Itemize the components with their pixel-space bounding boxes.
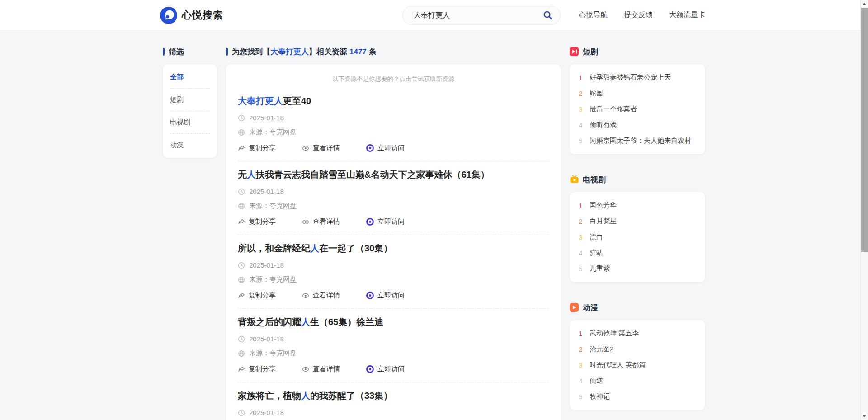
rank-number: 5 bbox=[578, 137, 584, 145]
rank-item[interactable]: 2蛇园 bbox=[578, 85, 697, 101]
result-title[interactable]: 无人扶我青云志我自踏雪至山巅&名动天下之家事难休（61集） bbox=[238, 169, 549, 181]
rank-item[interactable]: 3时光代理人 英都篇 bbox=[578, 357, 697, 373]
heading-count: 1477 bbox=[349, 47, 367, 56]
title-text: 扶我青云志我自踏雪至山巅&名动天下之家事难休（61集） bbox=[256, 170, 490, 179]
rank-item[interactable]: 3最后一个修真者 bbox=[578, 101, 697, 117]
result-source: 来源：夸克网盘 bbox=[249, 275, 297, 284]
view-detail-button[interactable]: 查看详情 bbox=[302, 365, 340, 373]
eye-icon bbox=[302, 366, 309, 373]
rankings: 短剧 1好孕甜妻被钻石老公宠上天2蛇园3最后一个修真者4偷听有戏5闪婚京圈太子爷… bbox=[570, 46, 705, 420]
share-icon bbox=[238, 218, 245, 226]
view-detail-label: 查看详情 bbox=[313, 291, 340, 300]
eye-icon bbox=[302, 145, 309, 152]
rank-number: 1 bbox=[578, 202, 584, 209]
result-date-row: 2025-01-18 bbox=[238, 261, 549, 269]
rank-item[interactable]: 4偷听有戏 bbox=[578, 117, 697, 133]
result-title[interactable]: 大奉打更人更至40 bbox=[238, 95, 549, 107]
rank-section: 短剧 1好孕甜妻被钻石老公宠上天2蛇园3最后一个修真者4偷听有戏5闪婚京圈太子爷… bbox=[570, 46, 705, 154]
visit-now-label: 立即访问 bbox=[377, 144, 405, 152]
rank-item[interactable]: 4仙逆 bbox=[578, 373, 697, 389]
rank-item[interactable]: 5闪婚京圈太子爷：夫人她来自农村 bbox=[578, 133, 697, 149]
view-detail-label: 查看详情 bbox=[313, 217, 340, 226]
title-text: 家族将亡，植物 bbox=[238, 391, 301, 401]
heading-prefix: 为您找到【 bbox=[232, 47, 270, 56]
visit-now-button[interactable]: 立即访问 bbox=[366, 144, 405, 152]
result-item: 背叛之后的闪耀人生（65集）徐兰迪 2025-01-18 来源：夸克网盘 bbox=[238, 309, 549, 382]
filter-item-电视剧[interactable]: 电视剧 bbox=[170, 111, 210, 134]
visit-now-button[interactable]: 立即访问 bbox=[366, 291, 405, 300]
copy-share-button[interactable]: 复制分享 bbox=[238, 144, 276, 152]
title-text: 所以，和金牌经纪 bbox=[238, 243, 310, 253]
copy-share-button[interactable]: 复制分享 bbox=[238, 365, 276, 373]
title-text: 背叛之后的闪耀 bbox=[238, 317, 301, 327]
results-header: 为您找到【大奉打更人】相关资源1477条 bbox=[226, 46, 561, 57]
filter-item-短剧[interactable]: 短剧 bbox=[170, 89, 210, 111]
search-button[interactable] bbox=[542, 9, 554, 21]
clock-icon bbox=[238, 335, 245, 343]
filter-title: 筛选 bbox=[169, 47, 184, 57]
search-box bbox=[402, 6, 561, 25]
visit-now-button[interactable]: 立即访问 bbox=[366, 365, 405, 373]
result-date-row: 2025-01-18 bbox=[238, 409, 549, 416]
rank-list: 1国色芳华2白月梵星3漂白4驻站5九重紫 bbox=[578, 198, 697, 277]
rank-title: 闪婚京圈太子爷：夫人她来自农村 bbox=[590, 137, 691, 145]
filter-card: 全部短剧电视剧动漫 bbox=[163, 64, 217, 158]
search-icon bbox=[542, 10, 553, 21]
rank-item[interactable]: 2沧元图2 bbox=[578, 341, 697, 357]
top-nav: 心悦导航 提交反馈 大额流量卡 bbox=[579, 0, 705, 30]
rank-item[interactable]: 1国色芳华 bbox=[578, 198, 697, 213]
clock-icon bbox=[238, 188, 245, 195]
scrollbar-thumb[interactable] bbox=[861, 8, 868, 252]
brand-home-link[interactable]: 心悦搜索 bbox=[160, 0, 223, 30]
result-date: 2025-01-18 bbox=[249, 114, 284, 122]
result-source: 来源：夸克网盘 bbox=[249, 128, 297, 137]
result-item: 家族将亡，植物人的我苏醒了（33集） 2025-01-18 来源：夸克网盘 bbox=[238, 382, 549, 420]
rank-number: 4 bbox=[578, 121, 584, 129]
heading-keyword: 大奉打更人 bbox=[270, 47, 309, 56]
rank-section-title: 动漫 bbox=[583, 302, 598, 313]
rank-item[interactable]: 5牧神记 bbox=[578, 389, 697, 405]
rank-section-header: 短剧 bbox=[570, 46, 705, 57]
view-detail-button[interactable]: 查看详情 bbox=[302, 144, 340, 152]
nav-link-data-card[interactable]: 大额流量卡 bbox=[669, 10, 705, 20]
visit-now-button[interactable]: 立即访问 bbox=[366, 217, 405, 226]
rank-title: 沧元图2 bbox=[590, 345, 613, 354]
copy-share-button[interactable]: 复制分享 bbox=[238, 217, 276, 226]
clock-icon bbox=[238, 262, 245, 269]
search-input[interactable] bbox=[414, 11, 542, 19]
rank-number: 4 bbox=[578, 249, 584, 257]
scroll-up-button[interactable] bbox=[861, 0, 868, 8]
view-detail-button[interactable]: 查看详情 bbox=[302, 217, 340, 226]
filter-item-动漫[interactable]: 动漫 bbox=[170, 134, 210, 156]
scroll-down-button[interactable] bbox=[861, 412, 868, 420]
visit-icon bbox=[366, 292, 374, 299]
keyword-highlight: 人 bbox=[310, 243, 319, 253]
filter-item-全部[interactable]: 全部 bbox=[170, 66, 210, 89]
copy-share-button[interactable]: 复制分享 bbox=[238, 291, 276, 300]
rank-title: 蛇园 bbox=[590, 89, 603, 98]
result-date: 2025-01-18 bbox=[249, 261, 284, 269]
visit-icon bbox=[366, 218, 374, 226]
nav-link-feedback[interactable]: 提交反馈 bbox=[624, 10, 653, 20]
rank-item[interactable]: 5九重紫 bbox=[578, 261, 697, 277]
result-actions: 复制分享 查看详情 立即访问 bbox=[238, 291, 549, 300]
result-title[interactable]: 所以，和金牌经纪人在一起了（30集） bbox=[238, 242, 549, 255]
results-heading: 为您找到【大奉打更人】相关资源1477条 bbox=[232, 47, 377, 57]
visit-now-label: 立即访问 bbox=[377, 291, 405, 300]
refresh-resources-link[interactable]: 以下资源不是你想要的？点击尝试获取新资源 bbox=[238, 73, 549, 88]
visit-now-label: 立即访问 bbox=[377, 365, 405, 373]
result-actions: 复制分享 查看详情 立即访问 bbox=[238, 217, 549, 226]
result-source-row: 来源：夸克网盘 bbox=[238, 202, 549, 210]
nav-link-navigation[interactable]: 心悦导航 bbox=[579, 10, 608, 20]
rank-title: 驻站 bbox=[590, 249, 603, 257]
rank-item[interactable]: 2白月梵星 bbox=[578, 213, 697, 229]
visit-icon bbox=[366, 365, 374, 373]
rank-item[interactable]: 1武动乾坤 第五季 bbox=[578, 326, 697, 341]
view-detail-button[interactable]: 查看详情 bbox=[302, 291, 340, 300]
result-title[interactable]: 背叛之后的闪耀人生（65集）徐兰迪 bbox=[238, 316, 549, 328]
result-title[interactable]: 家族将亡，植物人的我苏醒了（33集） bbox=[238, 390, 549, 402]
rank-item[interactable]: 4驻站 bbox=[578, 245, 697, 261]
rank-item[interactable]: 1好孕甜妻被钻石老公宠上天 bbox=[578, 70, 697, 85]
rank-item[interactable]: 3漂白 bbox=[578, 229, 697, 245]
result-list: 大奉打更人更至40 2025-01-18 来源：夸克网盘 bbox=[238, 88, 549, 420]
